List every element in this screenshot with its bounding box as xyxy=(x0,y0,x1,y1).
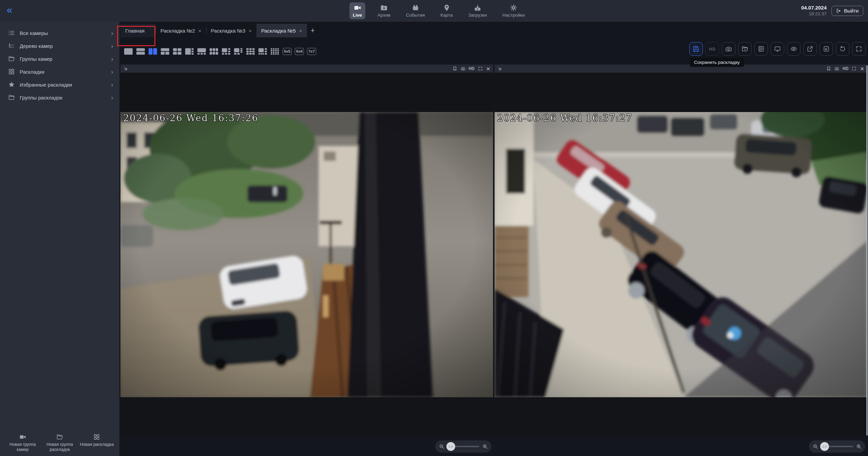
hd-quality-button[interactable]: HD xyxy=(706,42,719,56)
open-archive-button[interactable] xyxy=(738,42,752,56)
nav-live[interactable]: Live xyxy=(349,2,365,19)
sidebar-item-all-cameras[interactable]: Все камеры› xyxy=(0,26,119,39)
save-layout-button[interactable] xyxy=(689,42,703,56)
zoom-slider-handle[interactable]: 1.0 xyxy=(820,442,829,451)
layout-option-layout-2x3[interactable] xyxy=(209,48,218,55)
logout-button[interactable]: Выйти xyxy=(831,6,863,16)
zoom-in-icon[interactable] xyxy=(482,444,488,449)
zoom-slider-handle[interactable]: 1.0 xyxy=(446,442,455,451)
new-layout-group-button[interactable]: Новая группа раскладок xyxy=(41,434,78,453)
drag-diagonal-icon[interactable] xyxy=(123,66,128,71)
nav-events[interactable]: События xyxy=(403,2,428,19)
layout-option-layout-2rows[interactable] xyxy=(136,48,145,55)
tab-label: Главная xyxy=(125,28,144,34)
nav-label: Загрузки xyxy=(468,13,487,18)
sidebar-item-camera-groups[interactable]: Группы камер› xyxy=(0,52,119,65)
tab-4[interactable]: Раскладка №5× xyxy=(256,24,307,37)
layout-option-layout-1[interactable] xyxy=(124,48,133,55)
sidebar-item-favorite-layouts[interactable]: Избранные раскладки› xyxy=(0,78,119,91)
nav-archive[interactable]: Архив xyxy=(374,2,394,19)
topbar-right: 04.07.2024 18:21:37 Выйти xyxy=(801,5,868,17)
layout-option-layout-3x3[interactable] xyxy=(246,48,255,55)
tab-2[interactable]: Раскладка №2× xyxy=(156,24,206,37)
camera-tiles: HD ✕ xyxy=(119,65,868,437)
layout-toolbar: 5x56x67x7 xyxy=(124,47,316,56)
zoom-control-2: 1.0 xyxy=(809,440,865,453)
sidebar-items: Все камеры›Дерево камер›Группы камер›Рас… xyxy=(0,26,119,104)
bookmark-icon[interactable] xyxy=(826,66,831,71)
zoom-in-icon[interactable] xyxy=(856,444,862,449)
snapshot-camera-icon[interactable] xyxy=(461,66,465,71)
layout-option-5x5[interactable]: 5x5 xyxy=(283,48,292,55)
footer-button-label: Новая группа камер xyxy=(4,442,41,453)
nav-downloads[interactable]: Загрузки xyxy=(465,2,490,19)
sidebar-item-camera-tree[interactable]: Дерево камер› xyxy=(0,39,119,52)
video-timestamp: 2024-06-26 Wed 16:37:26 xyxy=(123,113,258,123)
zoom-out-icon[interactable] xyxy=(439,444,444,449)
layout-option-layout-1-5[interactable] xyxy=(221,48,231,55)
reset-view-button[interactable] xyxy=(836,42,849,56)
save-icon xyxy=(693,45,699,52)
zoom-slider[interactable]: 1.0 xyxy=(821,446,853,447)
close-icon[interactable]: ✕ xyxy=(860,66,864,71)
tab-3[interactable]: Раскладка №3× xyxy=(206,24,257,37)
live-camera-icon xyxy=(19,434,26,440)
sidebar-item-layouts[interactable]: Раскладки› xyxy=(0,65,119,78)
close-tab-icon[interactable]: × xyxy=(299,28,302,34)
layout-option-layout-1-3-side[interactable] xyxy=(185,48,194,55)
layout-option-layout-1-5-alt[interactable] xyxy=(234,48,243,55)
layout-option-7x7[interactable]: 7x7 xyxy=(307,48,316,55)
hd-toggle[interactable]: HD xyxy=(469,66,475,71)
journal-button[interactable] xyxy=(754,42,768,56)
folder-icon xyxy=(8,55,15,62)
layout-option-layout-4x4[interactable] xyxy=(270,48,279,55)
expand-icon[interactable] xyxy=(478,66,483,71)
close-tab-icon[interactable]: × xyxy=(198,28,201,34)
nav-map[interactable]: Карта xyxy=(437,2,456,19)
nav-settings[interactable]: Настройки xyxy=(499,2,528,19)
resize-icon xyxy=(823,45,830,52)
display-button[interactable] xyxy=(771,42,784,56)
camera-video-1[interactable]: 2024-06-26 Wed 16:37:26 xyxy=(120,73,493,437)
chevron-right-icon: › xyxy=(111,42,114,49)
camera-video-2[interactable]: 2024-06-26 Wed 16:37:27 xyxy=(495,73,867,437)
layout-option-layout-2cols[interactable] xyxy=(148,48,157,55)
sidebar-item-label: Все камеры xyxy=(20,30,106,36)
hd-toggle[interactable]: HD xyxy=(843,66,848,71)
bookmark-icon[interactable] xyxy=(452,66,457,71)
add-tab-button[interactable]: + xyxy=(307,24,319,37)
collapse-sidebar-button[interactable]: « xyxy=(0,5,19,17)
share-button[interactable] xyxy=(803,42,817,56)
new-camera-group-button[interactable]: Новая группа камер xyxy=(4,434,41,453)
close-tab-icon[interactable]: × xyxy=(249,28,252,34)
zoom-out-icon[interactable] xyxy=(813,444,818,449)
snapshot-camera-icon[interactable] xyxy=(834,66,839,71)
collapse-view-button[interactable] xyxy=(819,42,833,56)
layout-option-layout-1-3-bottom[interactable] xyxy=(197,48,206,55)
layout-option-layout-2x2[interactable] xyxy=(173,48,182,55)
snapshot-button[interactable] xyxy=(722,42,735,56)
bottom-row: 1.0 1.0 xyxy=(119,437,868,456)
view-toolbar: Сохранить раскладку HD xyxy=(689,42,866,56)
new-layout-button[interactable]: Новая раскладка xyxy=(78,434,115,453)
layout-option-layout-1-2[interactable] xyxy=(160,48,170,55)
fullscreen-button[interactable] xyxy=(852,42,866,56)
tab-label: Раскладка №2 xyxy=(160,28,195,34)
layout-option-6x6[interactable]: 6x6 xyxy=(295,48,304,55)
layout-option-layout-1-8[interactable] xyxy=(258,48,267,55)
vms-app: « LiveАрхивСобытияКартаЗагрузкиНастройки… xyxy=(0,0,868,456)
tab-1[interactable]: Главная xyxy=(120,24,156,37)
view-mode-button[interactable] xyxy=(787,42,801,56)
tree-icon xyxy=(8,42,15,49)
video-frame-2: 2024-06-26 Wed 16:37:27 xyxy=(495,112,867,397)
refresh-icon xyxy=(839,45,846,52)
close-icon[interactable]: ✕ xyxy=(486,66,490,71)
sidebar-item-layout-groups[interactable]: Группы раскладок› xyxy=(0,91,119,104)
folder-icon xyxy=(8,94,15,101)
drag-diagonal-icon[interactable] xyxy=(497,66,502,71)
expand-icon[interactable] xyxy=(852,66,856,71)
tile-1-bottom: 1.0 xyxy=(120,437,493,456)
vertical-scrollbar[interactable] xyxy=(866,65,868,436)
grid-icon xyxy=(8,68,15,75)
zoom-slider[interactable]: 1.0 xyxy=(447,446,479,447)
